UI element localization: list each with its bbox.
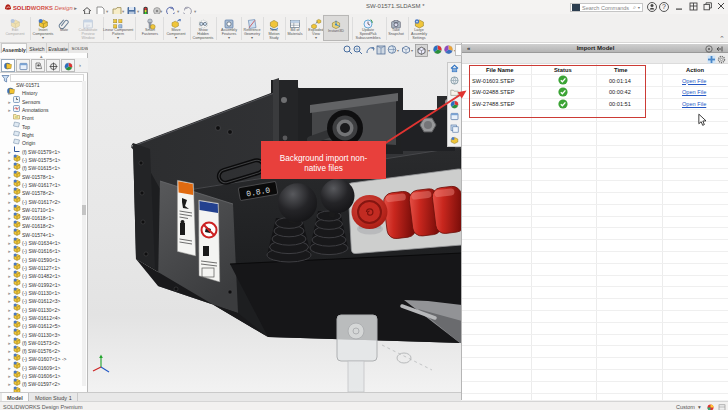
- svg-text:▾: ▾: [428, 48, 430, 53]
- svg-text:▾: ▾: [397, 48, 399, 53]
- svg-text:?: ?: [662, 3, 666, 10]
- svg-text:▾: ▾: [411, 48, 413, 53]
